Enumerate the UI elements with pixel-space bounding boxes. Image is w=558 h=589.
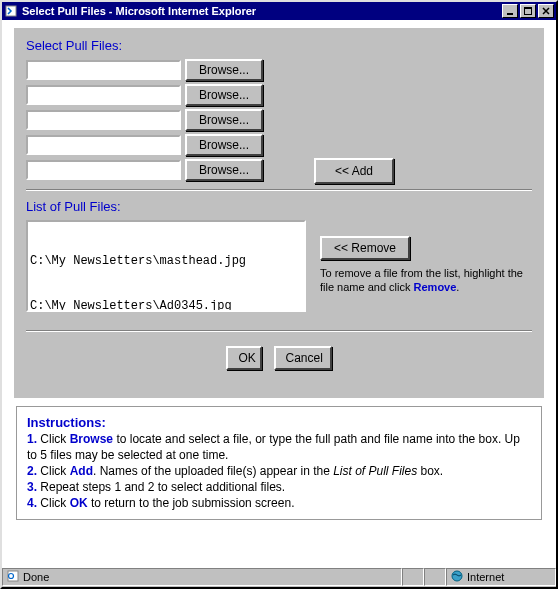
file-path-input[interactable] bbox=[26, 160, 181, 180]
list-item[interactable]: C:\My Newsletters\Ad0345.jpg bbox=[30, 299, 302, 312]
remove-hint: To remove a file from the list, highligh… bbox=[320, 266, 532, 294]
cancel-button[interactable]: Cancel bbox=[274, 346, 332, 370]
italic-text: List of Pull Files bbox=[333, 464, 417, 478]
hint-keyword: Remove bbox=[414, 281, 457, 293]
statusbar: Done Internet bbox=[2, 567, 556, 587]
status-zone: Internet bbox=[446, 568, 556, 586]
file-path-input[interactable] bbox=[26, 60, 181, 80]
ok-button[interactable]: OK bbox=[226, 346, 262, 370]
browse-button[interactable]: Browse... bbox=[185, 109, 263, 131]
dialog-actions: OK Cancel bbox=[26, 340, 532, 384]
ie-page-icon bbox=[4, 4, 18, 18]
close-button[interactable] bbox=[538, 4, 554, 18]
titlebar: Select Pull Files - Microsoft Internet E… bbox=[2, 2, 556, 20]
step-text: Click bbox=[37, 464, 70, 478]
add-button[interactable]: << Add bbox=[314, 158, 394, 184]
step-number: 4. bbox=[27, 496, 37, 510]
instruction-step: 4. Click OK to return to the job submiss… bbox=[27, 495, 531, 511]
status-pane bbox=[402, 568, 424, 586]
list-files-heading: List of Pull Files: bbox=[26, 199, 532, 214]
ie-icon bbox=[7, 570, 19, 584]
keyword: Add bbox=[70, 464, 93, 478]
instruction-step: 3. Repeat steps 1 and 2 to select additi… bbox=[27, 479, 531, 495]
app-window: Select Pull Files - Microsoft Internet E… bbox=[0, 0, 558, 589]
select-files-panel: Select Pull Files: Browse... Browse... B… bbox=[14, 28, 544, 398]
keyword: Browse bbox=[70, 432, 113, 446]
step-number: 2. bbox=[27, 464, 37, 478]
step-text: . Names of the uploaded file(s) appear i… bbox=[93, 464, 333, 478]
file-row: Browse... bbox=[26, 134, 532, 156]
instructions-panel: Instructions: 1. Click Browse to locate … bbox=[16, 406, 542, 520]
minimize-button[interactable] bbox=[502, 4, 518, 18]
step-text: Click bbox=[37, 432, 70, 446]
instruction-step: 1. Click Browse to locate and select a f… bbox=[27, 431, 531, 463]
status-message: Done bbox=[2, 568, 402, 586]
step-number: 1. bbox=[27, 432, 37, 446]
list-item[interactable]: C:\My Newsletters\masthead.jpg bbox=[30, 254, 302, 269]
zone-text: Internet bbox=[467, 571, 504, 583]
file-row: Browse... bbox=[26, 109, 532, 131]
browse-button[interactable]: Browse... bbox=[185, 59, 263, 81]
svg-rect-1 bbox=[507, 13, 513, 15]
browse-button[interactable]: Browse... bbox=[185, 159, 263, 181]
instruction-step: 2. Click Add. Names of the uploaded file… bbox=[27, 463, 531, 479]
list-side-panel: << Remove To remove a file from the list… bbox=[320, 220, 532, 312]
globe-icon bbox=[451, 570, 463, 584]
file-row: Browse... bbox=[26, 84, 532, 106]
divider bbox=[26, 330, 532, 332]
step-text: Click bbox=[37, 496, 70, 510]
select-files-heading: Select Pull Files: bbox=[26, 38, 532, 53]
file-row: Browse... bbox=[26, 159, 532, 181]
file-path-input[interactable] bbox=[26, 135, 181, 155]
instructions-heading: Instructions: bbox=[27, 415, 531, 431]
step-text: box. bbox=[417, 464, 443, 478]
file-row: Browse... bbox=[26, 59, 532, 81]
step-number: 3. bbox=[27, 480, 37, 494]
list-area: C:\My Newsletters\masthead.jpg C:\My New… bbox=[26, 220, 532, 312]
keyword: OK bbox=[70, 496, 88, 510]
content-area: Select Pull Files: Browse... Browse... B… bbox=[2, 20, 556, 569]
file-path-input[interactable] bbox=[26, 110, 181, 130]
svg-rect-3 bbox=[524, 7, 532, 9]
status-pane bbox=[424, 568, 446, 586]
window-title: Select Pull Files - Microsoft Internet E… bbox=[22, 5, 500, 17]
maximize-button[interactable] bbox=[520, 4, 536, 18]
status-text: Done bbox=[23, 571, 49, 583]
step-text: Repeat steps 1 and 2 to select additiona… bbox=[37, 480, 285, 494]
browse-button[interactable]: Browse... bbox=[185, 84, 263, 106]
step-text: to return to the job submission screen. bbox=[88, 496, 295, 510]
divider bbox=[26, 189, 532, 191]
browse-button[interactable]: Browse... bbox=[185, 134, 263, 156]
pull-files-listbox[interactable]: C:\My Newsletters\masthead.jpg C:\My New… bbox=[26, 220, 306, 312]
remove-button[interactable]: << Remove bbox=[320, 236, 410, 260]
file-path-input[interactable] bbox=[26, 85, 181, 105]
window-buttons bbox=[500, 4, 554, 18]
hint-text: . bbox=[456, 281, 459, 293]
